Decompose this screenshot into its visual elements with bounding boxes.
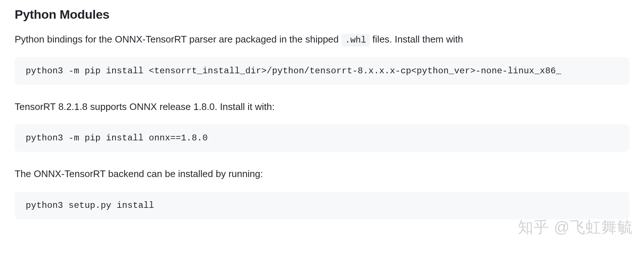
code-text: python3 setup.py install	[26, 201, 154, 210]
code-block-install-tensorrt[interactable]: python3 -m pip install <tensorrt_install…	[15, 57, 629, 85]
paragraph-backend: The ONNX-TensorRT backend can be install…	[15, 166, 629, 181]
watermark: 知乎 @飞虹舞毓	[518, 217, 633, 238]
section-heading: Python Modules	[15, 7, 629, 22]
paragraph-intro: Python bindings for the ONNX-TensorRT pa…	[15, 32, 629, 47]
document-page: Python Modules Python bindings for the O…	[0, 0, 644, 252]
paragraph-intro-text-after: files. Install them with	[370, 34, 463, 45]
code-block-setup[interactable]: python3 setup.py install	[15, 192, 629, 219]
paragraph-onnx-support: TensorRT 8.2.1.8 supports ONNX release 1…	[15, 99, 629, 114]
inline-code-whl: .whl	[341, 34, 370, 47]
code-block-install-onnx[interactable]: python3 -m pip install onnx==1.8.0	[15, 124, 629, 152]
code-text: python3 -m pip install <tensorrt_install…	[26, 66, 561, 76]
paragraph-intro-text-before: Python bindings for the ONNX-TensorRT pa…	[15, 34, 341, 45]
code-text: python3 -m pip install onnx==1.8.0	[26, 133, 208, 143]
